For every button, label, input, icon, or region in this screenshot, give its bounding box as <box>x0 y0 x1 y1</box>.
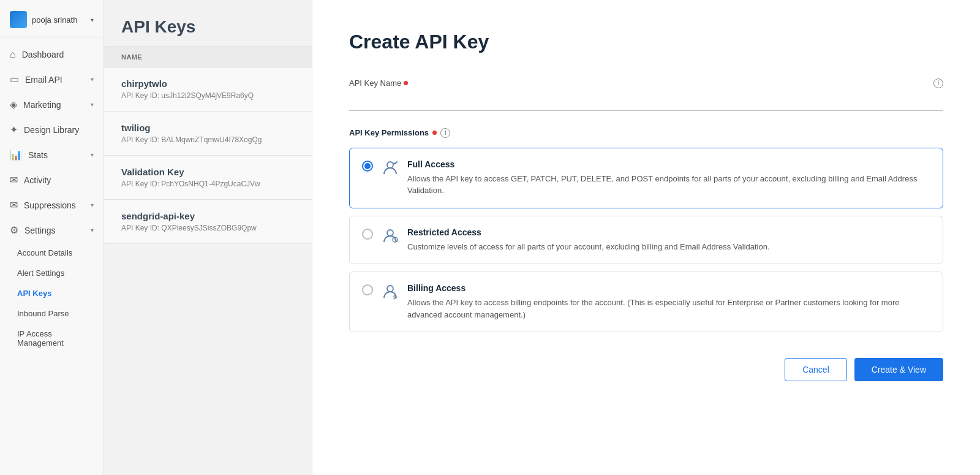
marketing-chevron-icon: ▾ <box>91 101 94 108</box>
sidebar-item-label: Design Library <box>24 125 79 135</box>
email-api-icon: ▭ <box>10 74 19 85</box>
sidebar-item-inbound-parse[interactable]: Inbound Parse <box>0 303 104 324</box>
suppressions-chevron-icon: ▾ <box>91 202 94 208</box>
restricted-access-desc: Customize levels of access for all parts… <box>407 241 930 253</box>
settings-icon: ⚙ <box>10 224 18 236</box>
stats-icon: 📊 <box>10 149 22 161</box>
full-access-radio[interactable] <box>362 161 373 172</box>
restricted-access-radio[interactable] <box>362 229 373 240</box>
marketing-icon: ◈ <box>10 99 17 110</box>
billing-access-title: Billing Access <box>407 283 930 293</box>
restricted-access-title: Restricted Access <box>407 227 930 237</box>
api-key-name: twiliog <box>121 123 295 133</box>
api-keys-panel: API Keys NAME chirpytwlo API Key ID: usJ… <box>104 0 312 475</box>
permissions-info-icon[interactable]: i <box>440 128 450 138</box>
sidebar-item-activity[interactable]: ✉ Activity <box>0 167 104 192</box>
sidebar-item-label: Suppressions <box>24 200 76 210</box>
name-info-icon[interactable]: i <box>933 78 943 88</box>
sidebar-username: pooja srinath <box>32 15 77 25</box>
sidebar-item-label: Activity <box>24 175 51 185</box>
sidebar-header[interactable]: pooja srinath ▾ <box>0 0 104 37</box>
table-row[interactable]: twiliog API Key ID: BALMqwnZTqmwU4I78Xog… <box>104 112 312 156</box>
api-key-name-input[interactable] <box>349 93 943 111</box>
sidebar-item-design-library[interactable]: ✦ Design Library <box>0 117 104 142</box>
restricted-access-icon <box>382 227 399 248</box>
billing-access-desc: Allows the API key to access billing end… <box>407 297 930 321</box>
sidebar: pooja srinath ▾ ⌂ Dashboard ▭ Email API … <box>0 0 104 475</box>
sidebar-item-dashboard[interactable]: ⌂ Dashboard <box>0 42 104 67</box>
user-chevron-icon: ▾ <box>91 17 94 23</box>
sidebar-item-account-details[interactable]: Account Details <box>0 243 104 263</box>
sidebar-item-label: Stats <box>28 150 48 160</box>
sidebar-item-label: Marketing <box>23 100 61 110</box>
name-required-indicator <box>404 81 408 85</box>
sendgrid-logo <box>10 11 27 28</box>
full-access-option[interactable]: Full Access Allows the API key to access… <box>349 148 943 208</box>
api-key-name: Validation Key <box>121 167 295 177</box>
settings-chevron-icon: ▾ <box>91 227 94 234</box>
full-access-title: Full Access <box>407 159 930 169</box>
account-details-label: Account Details <box>17 248 72 257</box>
svg-point-3 <box>387 286 393 292</box>
full-access-desc: Allows the API key to access GET, PATCH,… <box>407 173 930 197</box>
sidebar-item-settings[interactable]: ⚙ Settings ▾ <box>0 218 104 243</box>
api-keys-label: API Keys <box>17 289 51 298</box>
sidebar-item-label: Dashboard <box>22 50 64 59</box>
table-header: NAME <box>104 47 312 67</box>
api-key-id: API Key ID: QXPleesySJSissZOBG9Qpw <box>121 224 295 232</box>
create-api-key-panel: Create API Key API Key Name i API Key Pe… <box>312 0 980 475</box>
create-view-button[interactable]: Create & View <box>854 358 943 381</box>
billing-access-option[interactable]: $ Billing Access Allows the API key to a… <box>349 272 943 332</box>
sidebar-item-suppressions[interactable]: ✉ Suppressions ▾ <box>0 192 104 218</box>
stats-chevron-icon: ▾ <box>91 151 94 158</box>
restricted-access-option[interactable]: Restricted Access Customize levels of ac… <box>349 216 943 265</box>
email-api-chevron-icon: ▾ <box>91 76 94 83</box>
alert-settings-label: Alert Settings <box>17 268 64 278</box>
permissions-required-indicator <box>432 131 437 135</box>
sidebar-item-alert-settings[interactable]: Alert Settings <box>0 263 104 283</box>
cancel-button[interactable]: Cancel <box>785 358 847 381</box>
api-key-id: API Key ID: BALMqwnZTqmwU4I78XogQg <box>121 135 295 144</box>
api-key-name: chirpytwlo <box>121 78 295 89</box>
svg-text:$: $ <box>393 294 396 300</box>
api-key-name-field-wrapper <box>349 93 943 111</box>
table-row[interactable]: sendgrid-api-key API Key ID: QXPleesySJS… <box>104 200 312 244</box>
form-actions: Cancel Create & View <box>349 358 943 381</box>
svg-point-1 <box>387 230 393 236</box>
sidebar-item-label: Settings <box>24 226 56 235</box>
svg-point-0 <box>387 162 393 168</box>
activity-icon: ✉ <box>10 174 18 186</box>
page-title: API Keys <box>121 17 295 37</box>
name-column-header: NAME <box>121 53 142 61</box>
form-title: Create API Key <box>349 31 943 53</box>
permissions-label: API Key Permissions i <box>349 128 943 138</box>
sidebar-item-stats[interactable]: 📊 Stats ▾ <box>0 142 104 167</box>
inbound-parse-label: Inbound Parse <box>17 309 69 318</box>
api-key-id: API Key ID: usJh12i2SQyM4jVE9Ra6yQ <box>121 91 295 100</box>
billing-access-radio[interactable] <box>362 284 373 295</box>
suppressions-icon: ✉ <box>10 199 18 211</box>
design-library-icon: ✦ <box>10 124 18 135</box>
full-access-icon <box>382 159 399 180</box>
sidebar-item-api-keys[interactable]: API Keys <box>0 283 104 303</box>
sidebar-item-label: Email API <box>25 75 62 85</box>
api-key-id: API Key ID: PchYOsNHQ1-4PzgUcaCJVw <box>121 180 295 188</box>
sidebar-item-marketing[interactable]: ◈ Marketing ▾ <box>0 92 104 117</box>
table-row[interactable]: chirpytwlo API Key ID: usJh12i2SQyM4jVE9… <box>104 67 312 112</box>
dashboard-icon: ⌂ <box>10 49 16 60</box>
billing-access-icon: $ <box>382 283 399 304</box>
api-keys-header: API Keys <box>104 0 312 47</box>
api-key-name-label: API Key Name i <box>349 78 943 88</box>
sidebar-item-email-api[interactable]: ▭ Email API ▾ <box>0 67 104 92</box>
sidebar-nav: ⌂ Dashboard ▭ Email API ▾ ◈ Marketing ▾ … <box>0 37 104 475</box>
ip-access-label: IP Access Management <box>17 329 94 348</box>
sidebar-item-ip-access[interactable]: IP Access Management <box>0 324 104 353</box>
table-row[interactable]: Validation Key API Key ID: PchYOsNHQ1-4P… <box>104 156 312 200</box>
api-key-name: sendgrid-api-key <box>121 211 295 221</box>
api-key-list: chirpytwlo API Key ID: usJh12i2SQyM4jVE9… <box>104 67 312 475</box>
